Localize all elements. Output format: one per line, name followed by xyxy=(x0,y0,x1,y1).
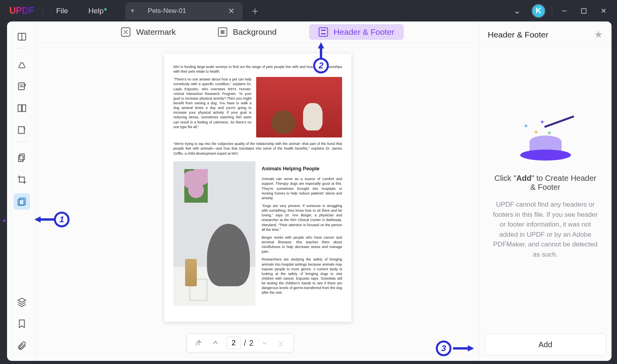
panel-message: Click "Add" to Create Header & Footer xyxy=(491,174,600,192)
header-footer-icon xyxy=(319,27,328,37)
organize-tool-icon[interactable] xyxy=(14,100,30,116)
content-area: Watermark Background Header & Footer NIH… xyxy=(37,21,479,361)
close-window-button[interactable]: ✕ xyxy=(594,3,613,19)
tab-caret-icon: ▾ xyxy=(131,7,134,15)
svg-rect-11 xyxy=(221,30,225,34)
doc-p6: Researchers are studying the safety of b… xyxy=(262,257,342,295)
svg-rect-1 xyxy=(581,9,586,13)
annotation-3: 3 xyxy=(436,341,451,356)
svg-rect-13 xyxy=(321,33,326,34)
watermark-icon xyxy=(121,27,130,37)
doc-p3: Animals can serve as a source of comfort… xyxy=(262,177,342,200)
maximize-button[interactable] xyxy=(574,3,594,19)
page-total: 2 xyxy=(249,339,257,348)
copy-tool-icon[interactable] xyxy=(14,150,30,166)
header-footer-tab[interactable]: Header & Footer xyxy=(309,24,403,40)
annotation-3-arrow-icon xyxy=(451,344,474,352)
background-tab[interactable]: Background xyxy=(209,24,286,40)
minimize-button[interactable] xyxy=(555,3,574,19)
svg-rect-8 xyxy=(18,156,23,162)
svg-rect-3 xyxy=(18,83,24,89)
magic-hat-icon: ✦✦✦✦ xyxy=(516,117,575,164)
page-tool-tabs: Watermark Background Header & Footer xyxy=(37,21,479,43)
doc-heading: Animals Helping People xyxy=(262,165,342,172)
svg-rect-12 xyxy=(321,30,326,31)
add-button[interactable]: Add xyxy=(485,334,606,355)
close-tab-icon[interactable]: ✕ xyxy=(226,4,237,18)
tabs-dropdown-icon[interactable]: ⌄ xyxy=(506,4,528,18)
svg-rect-4 xyxy=(18,105,21,111)
doc-p2: "We're trying to tap into the subjective… xyxy=(173,141,342,155)
file-menu[interactable]: File xyxy=(46,7,78,15)
favorite-star-icon[interactable]: ★ xyxy=(594,29,603,41)
document-tab[interactable]: ▾ Pets-New-01 ✕ xyxy=(125,2,243,20)
indicator-dot-icon xyxy=(3,219,5,222)
svg-rect-5 xyxy=(22,105,26,111)
svg-marker-19 xyxy=(468,345,474,352)
help-menu[interactable]: Help xyxy=(78,7,114,15)
panel-description: UPDF cannot find any headers or footers … xyxy=(491,200,600,259)
next-page-button[interactable] xyxy=(257,336,273,350)
svg-marker-17 xyxy=(318,42,324,48)
attachment-icon[interactable] xyxy=(14,337,30,354)
crop-tool-icon[interactable] xyxy=(14,171,30,188)
right-panel: Header & Footer ★ ✦✦✦✦ Click "Add" to Cr… xyxy=(479,21,612,361)
document-viewport[interactable]: NIH is funding large-scale surveys to fi… xyxy=(37,43,479,361)
highlight-tool-icon[interactable] xyxy=(14,56,30,73)
doc-p5: Berger works with people who have cancer… xyxy=(262,235,342,254)
form-tool-icon[interactable] xyxy=(14,122,30,138)
reader-tool-icon[interactable] xyxy=(14,29,30,45)
panel-title: Header & Footer xyxy=(488,30,594,39)
last-page-button[interactable] xyxy=(273,336,289,350)
page-navigation: / 2 xyxy=(186,334,294,352)
document-page: NIH is funding large-scale surveys to fi… xyxy=(164,54,351,322)
annotation-1: 1 xyxy=(54,212,70,227)
cat-image xyxy=(173,161,255,306)
page-tools-icon[interactable] xyxy=(14,193,30,210)
tab-title: Pets-New-01 xyxy=(148,7,186,15)
svg-rect-7 xyxy=(20,154,24,160)
app-frame: Watermark Background Header & Footer NIH… xyxy=(7,21,612,361)
watermark-tab[interactable]: Watermark xyxy=(112,24,185,40)
dogs-image xyxy=(256,77,342,137)
doc-p4: "Dogs are very present. If someone is st… xyxy=(262,203,342,232)
titlebar: UPDF File Help ▾ Pets-New-01 ✕ ＋ ⌄ K ✕ xyxy=(0,0,617,21)
divider xyxy=(43,6,43,16)
first-page-button[interactable] xyxy=(191,336,207,350)
page-number-input[interactable] xyxy=(226,337,241,349)
edit-tool-icon[interactable] xyxy=(14,78,30,95)
svg-marker-15 xyxy=(34,216,41,223)
bookmark-icon[interactable] xyxy=(14,316,30,332)
user-avatar[interactable]: K xyxy=(531,4,546,18)
notification-dot-icon xyxy=(104,8,107,11)
layers-icon[interactable] xyxy=(14,294,30,310)
new-tab-button[interactable]: ＋ xyxy=(243,4,267,18)
background-icon xyxy=(218,27,227,37)
annotation-2: 2 xyxy=(313,58,329,73)
prev-page-button[interactable] xyxy=(207,336,223,350)
page-sep: / xyxy=(244,339,249,348)
left-sidebar xyxy=(7,21,37,361)
app-logo: UPDF xyxy=(4,5,39,16)
